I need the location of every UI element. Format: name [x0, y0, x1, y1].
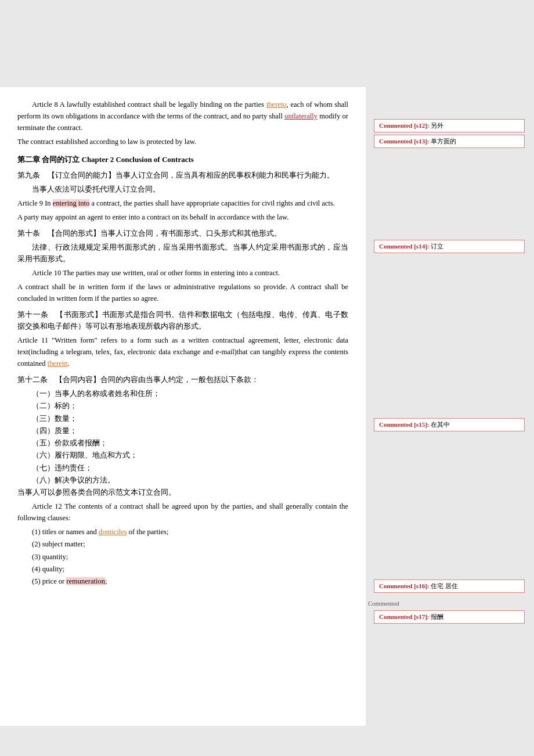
list-item-cn-1: （一）当事人的名称或者姓名和住所；	[32, 388, 348, 400]
list-item-en-1-before: (1) titles or names and	[32, 528, 99, 536]
article11-en: Article 11 "Written form" refers to a fo…	[17, 334, 348, 369]
list-item-en-4: (4) quality;	[32, 563, 348, 575]
comment-s16-label: Commented [s16]:	[379, 582, 429, 589]
article9-cn2: 当事人依法可以委托代理人订立合同。	[17, 183, 348, 195]
article12-en-list: (1) titles or names and domiciles of the…	[17, 526, 348, 588]
list-item-cn-5: （五）价款或者报酬；	[32, 437, 348, 449]
document-area: Article 8 A lawfully established contrac…	[0, 87, 366, 726]
article12-cn-title: 第十二条 【合同内容】合同的内容由当事人约定，一般包括以下条款：	[17, 374, 348, 386]
article12-en1: Article 12 The contents of a contract sh…	[17, 501, 348, 524]
list-item-en-1-after: of the parties;	[127, 528, 169, 536]
list-item-cn-4: （四）质量；	[32, 425, 348, 437]
article9-en: Article 9 In entering into a contract, t…	[17, 197, 348, 209]
article9-en-after: a contract, the parties shall have appro…	[89, 199, 335, 207]
article9-en-before: Article 9 In	[17, 199, 53, 207]
article10-cn2: 法律、行政法规规定采用书面形式的，应当采用书面形式。当事人约定采用书面形式的，应…	[17, 242, 348, 265]
list-item-cn-3: （三）数量；	[32, 413, 348, 425]
article12-remuneration: remuneration	[66, 577, 105, 585]
comment-s12-text: 另外	[431, 122, 443, 129]
comment-s13-label: Commented [s13]:	[379, 138, 429, 145]
article12-cn2: 当事人可以参照各类合同的示范文本订立合同。	[17, 487, 348, 498]
comment-s16-text: 住宅 居住	[431, 582, 458, 589]
article8-text-before: Article 8 A lawfully established contrac…	[32, 100, 266, 109]
comment-s12: Commented [s12]: 另外	[374, 119, 525, 132]
article11-block: 第十一条 【书面形式】书面形式是指合同书、信件和数据电文（包括电报、电传、传真、…	[17, 309, 348, 369]
article9-cn-title: 第九条 【订立合同的能力】当事人订立合同，应当具有相应的民事权利能力和民事行为能…	[17, 170, 348, 181]
list-item-cn-6: （六）履行期限、地点和方式；	[32, 449, 348, 462]
comment-s16: Commented [s16]: 住宅 居住	[374, 579, 525, 593]
comment-s15-text: 在其中	[431, 421, 450, 428]
article8-text: Article 8 A lawfully established contrac…	[17, 99, 348, 134]
list-item-en-5-after: ;	[105, 577, 107, 585]
list-item-cn-7: （七）违约责任；	[32, 462, 348, 474]
comment-s17-text: 报酬	[431, 613, 443, 620]
article9-block: 第九条 【订立合同的能力】当事人订立合同，应当具有相应的民事权利能力和民事行为能…	[17, 170, 348, 223]
list-item-en-1: (1) titles or names and domiciles of the…	[32, 526, 348, 538]
comments-area: Commented [s12]: 另外 Commented [s13]: 单方面…	[368, 87, 534, 726]
article10-en2: A contract shall be in written form if t…	[17, 281, 348, 304]
article8-block: Article 8 A lawfully established contrac…	[17, 99, 348, 147]
list-item-en-2: (2) subject matter;	[32, 538, 348, 550]
comment-s14: Commented [s14]: 订立	[374, 240, 525, 253]
article8-thereto: thereto	[266, 100, 287, 109]
article9-en3: A party may appoint an agent to enter in…	[17, 211, 348, 223]
commented-footer-label: Commented	[368, 600, 399, 607]
comment-s13-text: 单方面的	[431, 138, 456, 145]
comment-s12-label: Commented [s12]:	[379, 122, 429, 129]
article10-block: 第十条 【合同的形式】当事人订立合同，有书面形式、口头形式和其他形式。 法律、行…	[17, 228, 348, 304]
article10-en1: Article 10 The parties may use written, …	[17, 267, 348, 279]
comment-s14-text: 订立	[431, 243, 443, 250]
article10-cn-title: 第十条 【合同的形式】当事人订立合同，有书面形式、口头形式和其他形式。	[17, 228, 348, 239]
list-item-cn-8: （八）解决争议的方法。	[32, 474, 348, 487]
article12-domiciles: domiciles	[99, 528, 127, 536]
comment-s15-label: Commented [s15]:	[379, 421, 429, 428]
chapter2-block: 第二章 合同的订立 Chapter 2 Conclusion of Contra…	[17, 154, 348, 165]
comment-s13: Commented [s13]: 单方面的	[374, 135, 525, 148]
page-container: Article 8 A lawfully established contrac…	[0, 0, 534, 756]
article8-unilaterally: unilaterally	[284, 112, 317, 120]
article9-entering-into: entering into	[53, 199, 90, 207]
article12-block: 第十二条 【合同内容】合同的内容由当事人约定，一般包括以下条款： （一）当事人的…	[17, 374, 348, 588]
list-item-en-5-before: (5) price or	[32, 577, 66, 585]
article12-cn-list: （一）当事人的名称或者姓名和住所； （二）标的； （三）数量； （四）质量； （…	[17, 388, 348, 487]
comment-s15: Commented [s15]: 在其中	[374, 418, 525, 431]
list-item-en-3: (3) quantity;	[32, 551, 348, 563]
list-item-en-5: (5) price or remuneration;	[32, 575, 348, 588]
comment-s17: Commented [s17]: 报酬	[374, 610, 525, 624]
article11-en-after: .	[67, 359, 69, 368]
chapter2-title: 第二章 合同的订立 Chapter 2 Conclusion of Contra…	[17, 154, 348, 165]
article11-cn-title: 第十一条 【书面形式】书面形式是指合同书、信件和数据电文（包括电报、电传、传真、…	[17, 309, 348, 332]
article11-therein: therein	[48, 359, 68, 368]
article8-text2: The contract established according to la…	[17, 136, 348, 147]
list-item-cn-2: （二）标的；	[32, 400, 348, 412]
comment-s14-label: Commented [s14]:	[379, 243, 429, 250]
comment-s17-label: Commented [s17]:	[379, 613, 429, 620]
